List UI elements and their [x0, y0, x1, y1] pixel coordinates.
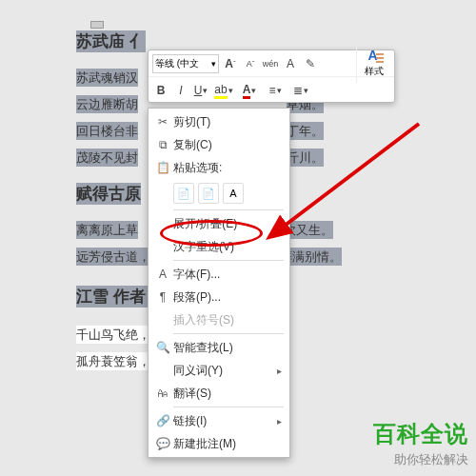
paste-icon: 📋 [152, 159, 173, 176]
styles-icon [365, 50, 384, 65]
paste-opt-merge[interactable]: 📄 [198, 183, 219, 204]
menu-synonym[interactable]: 同义词(Y)▸ [149, 359, 289, 382]
menu-paste-label: 📋粘贴选项: [149, 156, 289, 179]
chevron-right-icon: ▸ [277, 416, 282, 426]
bold-button[interactable]: B [152, 81, 169, 100]
numbering-button[interactable]: ≣▾ [289, 81, 312, 100]
ruler-corner [90, 21, 104, 29]
paragraph-icon: ¶ [152, 288, 173, 306]
chevron-right-icon: ▸ [277, 219, 282, 229]
menu-cut[interactable]: ✂剪切(T) [149, 110, 289, 133]
menu-font[interactable]: A字体(F)... [149, 263, 289, 286]
copy-icon: ⧉ [152, 136, 173, 153]
watermark-sub: 助你轻松解决 [373, 451, 468, 468]
paste-opt-text[interactable]: A [223, 183, 244, 204]
font-icon: A [152, 266, 173, 283]
comment-icon: 💬 [152, 435, 173, 452]
font-select[interactable]: 等线 (中文▾ [152, 54, 219, 73]
menu-link[interactable]: 🔗链接(I)▸ [149, 409, 289, 432]
italic-button[interactable]: I [172, 81, 189, 100]
styles-button[interactable]: 样式 [356, 45, 390, 83]
watermark: 百科全说 助你轻松解决 [373, 419, 468, 468]
menu-hanzi[interactable]: 汉字重选(V) [149, 235, 289, 258]
menu-expand-collapse[interactable]: 展开/折叠(E)▸ [149, 212, 289, 235]
underline-button[interactable]: U▾ [192, 81, 209, 100]
mini-toolbar: 等线 (中文▾ Aˆ Aˇ wén A ✎ 样式 B I U▾ ab▾ A▾ ≡… [148, 50, 395, 103]
chevron-right-icon: ▸ [277, 366, 282, 376]
font-shrink-button[interactable]: Aˇ [242, 54, 259, 73]
bullets-button[interactable]: ≡▾ [264, 81, 287, 100]
cut-icon: ✂ [152, 113, 173, 130]
menu-new-comment[interactable]: 💬新建批注(M) [149, 432, 289, 455]
menu-smart-lookup[interactable]: 🔍智能查找(L) [149, 336, 289, 359]
format-painter-button[interactable]: A [282, 54, 299, 73]
watermark-brand: 百科全说 [373, 419, 468, 449]
menu-copy[interactable]: ⧉复制(C) [149, 133, 289, 156]
context-menu: ✂剪切(T) ⧉复制(C) 📋粘贴选项: 📄 📄 A 展开/折叠(E)▸ 汉字重… [148, 108, 290, 458]
menu-symbol: 插入符号(S) [149, 308, 289, 331]
font-color-button[interactable]: A▾ [238, 81, 261, 100]
font-grow-button[interactable]: Aˆ [222, 54, 239, 73]
translate-icon: 🗛 [152, 385, 173, 402]
link-icon: 🔗 [152, 412, 173, 429]
menu-translate[interactable]: 🗛翻译(S) [149, 382, 289, 405]
menu-paragraph[interactable]: ¶段落(P)... [149, 286, 289, 308]
paste-opt-keep[interactable]: 📄 [173, 183, 194, 204]
highlight-button[interactable]: ab▾ [212, 81, 235, 100]
phonetic-button[interactable]: wén [262, 54, 279, 73]
clear-format-button[interactable]: ✎ [302, 54, 319, 73]
lookup-icon: 🔍 [152, 339, 173, 356]
